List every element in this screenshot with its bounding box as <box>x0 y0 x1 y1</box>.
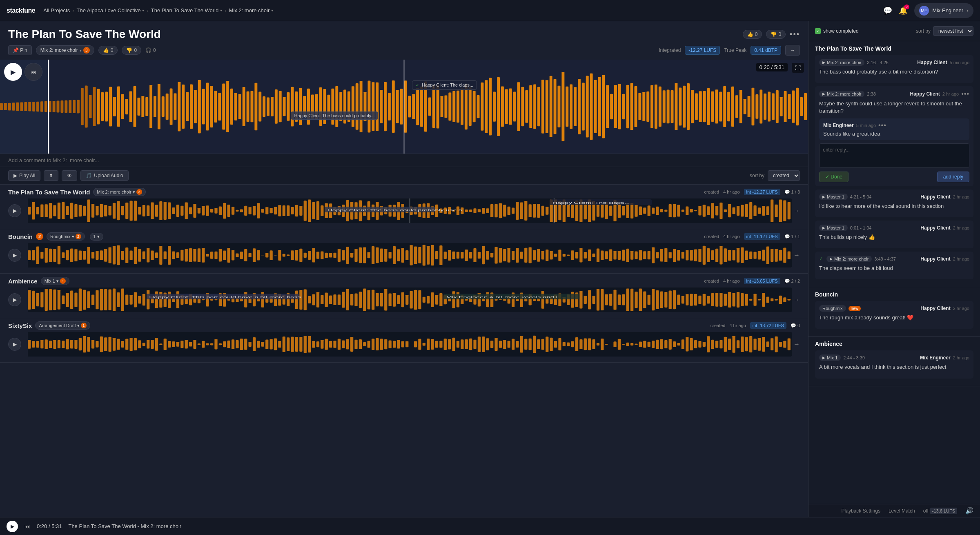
breadcrumb-mix2[interactable]: Mix 2: more choir ▾ <box>229 7 274 13</box>
mix-vote-up-button[interactable]: 👍 0 <box>98 46 118 55</box>
svg-rect-791 <box>159 343 162 345</box>
svg-rect-918 <box>698 341 701 348</box>
track-navigate-button[interactable]: → <box>793 207 800 214</box>
pin-button[interactable]: 📌 Pin <box>8 45 32 55</box>
comment-thread: Roughmix new Happy Client 2 hr ago The r… <box>815 301 973 329</box>
playback-settings-button[interactable]: Playback Settings <box>842 508 880 514</box>
volume-button[interactable]: 🔊 <box>965 507 973 515</box>
track-lufs-badge: int -13.72 LUFS <box>750 322 786 329</box>
svg-rect-269 <box>291 207 294 214</box>
comment-mix-tag[interactable]: ▶ Master 1 <box>819 194 848 200</box>
track-mix-tag[interactable]: Mix 2: more choir ▾ 3 <box>93 188 145 196</box>
play-all-button[interactable]: ▶ Play All <box>8 170 40 181</box>
svg-rect-540 <box>648 251 650 260</box>
svg-rect-250 <box>210 209 213 213</box>
comment-mix-tag[interactable]: Roughmix <box>819 305 846 312</box>
forward-button[interactable]: → <box>785 45 800 56</box>
svg-rect-341 <box>597 205 599 217</box>
reply-more-button[interactable]: ••• <box>878 122 886 129</box>
bottom-play-button[interactable]: ▶ <box>7 521 18 532</box>
reply-input[interactable] <box>819 143 969 168</box>
bottom-restart-button[interactable]: ⏮ <box>24 523 30 530</box>
svg-rect-376 <box>745 204 748 217</box>
comment-ago: 2 hr ago <box>942 91 959 96</box>
track-mix-tag[interactable]: Arrangement Draft ▾ 1 <box>35 321 90 330</box>
breadcrumb-alpaca[interactable]: The Alpaca Love Collective ▾ <box>77 7 145 13</box>
svg-rect-214 <box>58 203 60 219</box>
svg-rect-110 <box>428 98 431 116</box>
messages-button[interactable]: 💬 <box>883 6 892 15</box>
done-button[interactable]: ✓ Done <box>819 172 849 182</box>
completed-checkbox[interactable]: ✓ <box>815 28 821 34</box>
track-navigate-button[interactable]: → <box>793 296 800 303</box>
svg-rect-898 <box>613 341 616 347</box>
svg-rect-559 <box>728 250 731 261</box>
mix-count-badge: 2 <box>76 234 81 239</box>
svg-rect-867 <box>482 337 485 352</box>
track-play-button[interactable]: ▶ <box>8 293 21 306</box>
track-mix-tag[interactable]: Mix 1 ▾ 1 <box>41 277 69 285</box>
waveform-play-button[interactable]: ▶ <box>4 63 22 81</box>
mix-count-badge: 1 <box>81 323 87 328</box>
svg-rect-71 <box>271 97 274 116</box>
add-reply-button[interactable]: add reply <box>937 172 969 182</box>
track-mix-tag[interactable]: Roughmix ▾ 2 <box>47 232 85 241</box>
svg-rect-190 <box>751 88 754 126</box>
upload-audio-button[interactable]: 🎵 Upload Audio <box>80 170 128 181</box>
track-waveform[interactable]: Happy Client: The claps... Happy Client:… <box>28 198 792 223</box>
svg-rect-754 <box>788 299 791 300</box>
track-play-button[interactable]: ▶ <box>8 338 21 351</box>
track-waveform[interactable]: Happy Client: This part could have a bit… <box>28 288 792 312</box>
track-lufs-badge: int -11.12 LUFS <box>744 233 780 240</box>
comment-more-button[interactable]: ••• <box>961 90 969 98</box>
level-match-button[interactable]: Level Match <box>889 508 915 514</box>
user-menu-button[interactable]: ME Mix Engineer ▾ <box>914 3 973 18</box>
svg-rect-917 <box>694 340 697 348</box>
comment-mix-tag[interactable]: ▶ Mix 2: more choir <box>819 59 864 66</box>
svg-rect-821 <box>287 337 290 351</box>
svg-rect-346 <box>618 204 621 218</box>
export-button[interactable]: ⬆ <box>44 170 58 181</box>
svg-rect-571 <box>779 250 782 261</box>
svg-rect-748 <box>762 293 765 307</box>
track-navigate-button[interactable]: → <box>793 341 800 348</box>
vote-up-button[interactable]: 👍 0 <box>743 30 762 39</box>
svg-rect-325 <box>529 204 532 217</box>
hide-button[interactable]: 👁 <box>62 170 77 181</box>
comment-mix-tag[interactable]: ▶ Mix 2: more choir <box>819 91 864 97</box>
track-navigate-button[interactable]: → <box>793 252 800 259</box>
track-play-button[interactable]: ▶ <box>8 204 21 217</box>
track-waveform[interactable] <box>28 243 792 268</box>
comment-mix-tag[interactable]: ▶ Master 1 <box>819 225 848 231</box>
breadcrumb-all-projects[interactable]: All Projects <box>43 7 70 13</box>
fullscreen-button[interactable]: ⛶ <box>792 63 804 73</box>
track-version-tag[interactable]: 1 ▾ <box>90 233 103 241</box>
waveform-restart-button[interactable]: ⏮ <box>24 63 42 81</box>
true-peak-label: True Peak <box>724 47 746 53</box>
track-waveform[interactable] <box>28 332 792 357</box>
svg-rect-244 <box>185 202 188 219</box>
svg-rect-65 <box>247 91 249 122</box>
notifications-button[interactable]: 🔔 2 <box>899 6 908 15</box>
vote-down-button[interactable]: 👎 0 <box>766 30 786 39</box>
comment-mix-tag[interactable]: ▶ Mix 2: more choir <box>826 256 872 262</box>
waveform-container[interactable]: ▶ ⏮ /* generated inline below */ <box>0 60 808 154</box>
mix-vote-down-button[interactable]: 👎 0 <box>122 46 141 55</box>
comments-sort-select[interactable]: newest first <box>933 26 973 36</box>
svg-rect-719 <box>639 289 642 311</box>
svg-rect-843 <box>380 339 383 350</box>
breadcrumb-plan[interactable]: The Plan To Save The World ▾ <box>151 7 222 13</box>
svg-rect-753 <box>783 297 786 302</box>
svg-rect-913 <box>677 343 680 346</box>
svg-rect-125 <box>489 78 492 136</box>
track-waveform-svg: Happy Client: The claps... Happy Client:… <box>28 198 792 223</box>
track-play-button[interactable]: ▶ <box>8 249 21 262</box>
show-completed-toggle[interactable]: ✓ show completed <box>815 28 859 34</box>
svg-rect-386 <box>788 202 791 220</box>
mix-version-tag[interactable]: Mix 2: more choir ▾ 3 <box>36 45 94 55</box>
comment-input[interactable] <box>8 157 800 163</box>
more-options-button[interactable]: ••• <box>790 30 800 39</box>
track-sort-select[interactable]: created <box>768 170 800 181</box>
comment-mix-tag[interactable]: ▶ Mix 1 <box>819 354 841 361</box>
svg-rect-261 <box>257 203 260 218</box>
